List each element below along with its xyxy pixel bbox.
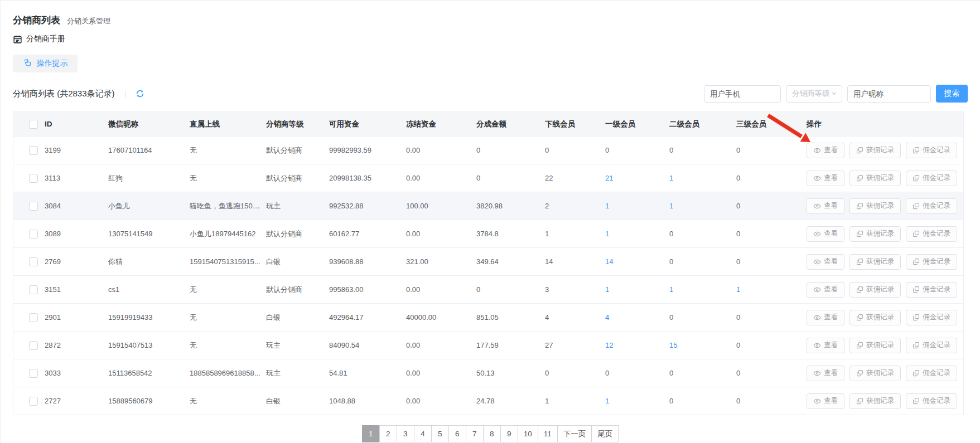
earn-record-button[interactable]: 获佣记录 (849, 171, 901, 186)
earn-record-button-label: 获佣记录 (866, 173, 894, 183)
row-checkbox[interactable] (29, 397, 38, 406)
cell-level1-members[interactable]: 21 (605, 174, 669, 182)
column-header-10: 二级会员 (669, 119, 736, 129)
page-button-1[interactable]: 1 (362, 425, 380, 442)
row-checkbox[interactable] (29, 174, 38, 183)
cell-level1-members[interactable]: 1 (605, 285, 669, 294)
cell-level3-members: 0 (736, 341, 807, 349)
search-button[interactable]: 搜索 (936, 85, 968, 103)
commission-record-button[interactable]: 佣金记录 (906, 310, 957, 325)
commission-record-button[interactable]: 佣金记录 (906, 338, 957, 353)
copy-icon (856, 314, 863, 321)
view-button[interactable]: 查看 (807, 143, 844, 158)
view-button-label: 查看 (824, 285, 838, 294)
manual-link[interactable]: 分销商手册 (13, 33, 968, 45)
page-button-3[interactable]: 3 (397, 425, 414, 442)
phone-input[interactable] (704, 85, 781, 103)
row-checkbox[interactable] (29, 230, 38, 238)
page-button-10[interactable]: 10 (518, 425, 538, 442)
operation-tips-button[interactable]: 操作提示 (13, 55, 78, 72)
row-checkbox[interactable] (29, 369, 38, 378)
earn-record-button[interactable]: 获佣记录 (849, 254, 901, 270)
page-button-6[interactable]: 6 (448, 425, 466, 442)
commission-record-button[interactable]: 佣金记录 (906, 366, 957, 381)
last-page-button[interactable]: 尾页 (591, 425, 619, 442)
cell-level1-members: 0 (605, 146, 669, 154)
earn-record-button[interactable]: 获佣记录 (849, 143, 901, 158)
commission-record-button-label: 佣金记录 (923, 368, 950, 378)
view-button[interactable]: 查看 (807, 310, 844, 325)
page-button-2[interactable]: 2 (379, 425, 397, 442)
earn-record-button[interactable]: 获佣记录 (849, 393, 901, 409)
row-actions: 查看获佣记录佣金记录 (807, 171, 963, 186)
next-page-button[interactable]: 下一页 (557, 425, 592, 442)
row-checkbox-cell (13, 257, 45, 266)
cell-id: 2769 (45, 257, 108, 266)
cell-level1-members[interactable]: 12 (605, 341, 669, 349)
cell-level2-members[interactable]: 1 (669, 174, 736, 182)
eye-icon (813, 342, 821, 349)
view-button[interactable]: 查看 (807, 366, 844, 381)
cell-level3-members[interactable]: 1 (736, 285, 807, 294)
cell-level1-members[interactable]: 14 (605, 257, 669, 266)
view-button[interactable]: 查看 (807, 282, 844, 298)
view-button[interactable]: 查看 (807, 393, 844, 409)
cell-downline-members: 1 (545, 397, 605, 405)
earn-record-button[interactable]: 获佣记录 (849, 310, 901, 325)
cell-level1-members[interactable]: 1 (605, 202, 669, 210)
view-button[interactable]: 查看 (807, 254, 844, 270)
cell-level1-members[interactable]: 1 (605, 397, 669, 405)
commission-record-button[interactable]: 佣金记录 (906, 393, 957, 409)
cell-direct-upline: 小鱼儿18979445162 (190, 229, 266, 239)
table-row: 3113红狗无默认分销商20998138.350.000222110查看获佣记录… (13, 164, 963, 192)
cell-wechat-nickname: cs1 (108, 285, 190, 294)
earn-record-button[interactable]: 获佣记录 (849, 338, 901, 353)
earn-record-button[interactable]: 获佣记录 (849, 366, 901, 381)
earn-record-button[interactable]: 获佣记录 (849, 198, 901, 214)
earn-record-button[interactable]: 获佣记录 (849, 282, 901, 298)
page-button-8[interactable]: 8 (483, 425, 501, 442)
copy-icon (856, 230, 863, 237)
view-button[interactable]: 查看 (807, 226, 844, 242)
cell-level: 玩主 (266, 368, 329, 378)
cell-frozen-funds: 0.00 (406, 397, 476, 405)
row-checkbox[interactable] (29, 313, 38, 322)
commission-record-button[interactable]: 佣金记录 (906, 198, 957, 214)
row-checkbox-cell (13, 174, 45, 183)
cell-frozen-funds: 0.00 (406, 174, 476, 182)
cell-level1-members[interactable]: 1 (605, 230, 669, 238)
view-button[interactable]: 查看 (807, 338, 844, 353)
row-checkbox[interactable] (29, 257, 38, 266)
page-button-5[interactable]: 5 (431, 425, 449, 442)
level-select[interactable]: 分销商等级 (786, 85, 842, 103)
commission-record-button-label: 佣金记录 (923, 313, 950, 322)
row-checkbox-cell (13, 146, 45, 155)
page-button-4[interactable]: 4 (414, 425, 432, 442)
view-button[interactable]: 查看 (807, 171, 844, 186)
earn-record-button[interactable]: 获佣记录 (849, 226, 901, 242)
cell-level2-members[interactable]: 1 (669, 285, 736, 294)
page-button-7[interactable]: 7 (466, 425, 484, 442)
cell-level2-members[interactable]: 15 (669, 341, 736, 349)
column-header-4: 分销商等级 (266, 119, 329, 129)
refresh-button[interactable] (134, 88, 146, 99)
commission-record-button[interactable]: 佣金记录 (906, 226, 957, 242)
commission-record-button[interactable]: 佣金记录 (906, 282, 957, 298)
select-all-checkbox[interactable] (29, 120, 38, 129)
commission-record-button[interactable]: 佣金记录 (906, 171, 957, 186)
row-checkbox[interactable] (29, 202, 38, 211)
page-button-11[interactable]: 11 (538, 425, 558, 442)
row-checkbox[interactable] (29, 341, 38, 350)
commission-record-button[interactable]: 佣金记录 (906, 143, 957, 158)
copy-icon (856, 286, 863, 293)
cell-level1-members[interactable]: 4 (605, 313, 669, 322)
copy-icon (856, 258, 863, 265)
view-button[interactable]: 查看 (807, 198, 844, 214)
cell-wechat-nickname: 你猜 (108, 257, 190, 267)
row-checkbox[interactable] (29, 146, 38, 155)
nickname-input[interactable] (847, 85, 931, 103)
commission-record-button[interactable]: 佣金记录 (906, 254, 957, 270)
row-checkbox[interactable] (29, 285, 38, 294)
cell-level2-members[interactable]: 1 (669, 202, 736, 210)
page-button-9[interactable]: 9 (500, 425, 518, 442)
